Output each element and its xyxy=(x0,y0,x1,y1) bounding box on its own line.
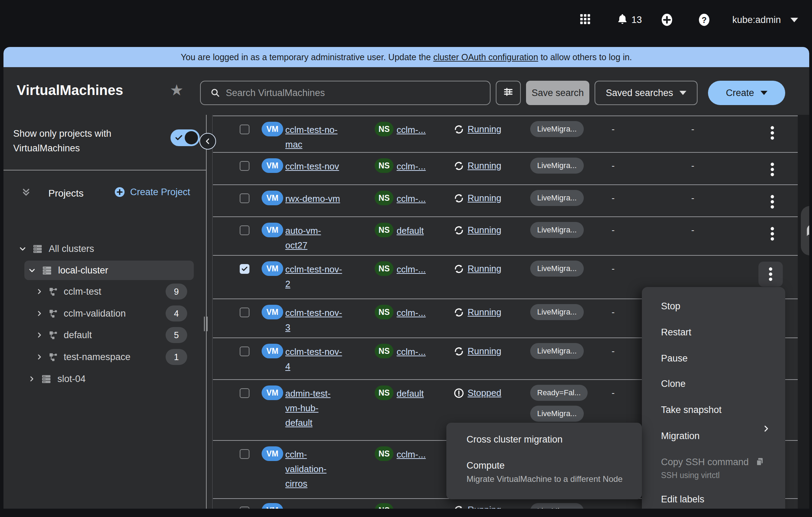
tree-item-all-clusters[interactable]: All clusters xyxy=(7,239,206,258)
kebab-menu-button[interactable] xyxy=(763,122,782,143)
namespace-link[interactable]: cclm-... xyxy=(397,347,426,357)
save-search-button[interactable]: Save search xyxy=(526,81,589,105)
row-checkbox[interactable] xyxy=(240,225,249,235)
kebab-menu-button[interactable] xyxy=(763,223,782,244)
import-plus-icon[interactable] xyxy=(660,13,674,28)
chevron-down-icon[interactable] xyxy=(19,245,26,253)
status-link[interactable]: Running xyxy=(468,263,501,274)
menu-item-migration[interactable]: Migration xyxy=(661,431,700,442)
status-link[interactable]: Running xyxy=(468,307,501,318)
app-launcher-icon[interactable] xyxy=(579,13,591,26)
status-link[interactable]: Stopped xyxy=(468,388,501,398)
vm-name-link[interactable]: admin-test-vm-hub-default xyxy=(285,386,331,430)
collapse-sidebar-button[interactable] xyxy=(199,133,216,150)
tree-item-local-cluster[interactable]: local-cluster xyxy=(24,261,194,280)
search-input[interactable] xyxy=(225,87,470,99)
create-project-button[interactable]: Create Project xyxy=(114,186,190,198)
tree-item-cclm-validation[interactable]: cclm-validation 4 xyxy=(7,304,206,323)
advanced-filters-button[interactable] xyxy=(496,81,521,105)
namespace-link[interactable]: cclm-... xyxy=(397,193,426,204)
condition-badge[interactable]: LiveMigra... xyxy=(530,121,584,137)
condition-badge[interactable]: LiveMigra... xyxy=(530,503,584,509)
notification-count[interactable]: 13 xyxy=(631,15,642,25)
user-menu[interactable]: kube:admin xyxy=(732,15,781,25)
status-link[interactable]: Running xyxy=(468,160,501,171)
namespace-link[interactable]: cclm-... xyxy=(397,125,426,135)
saved-searches-dropdown[interactable]: Saved searches xyxy=(595,81,698,105)
tree-item-slot-04[interactable]: slot-04 xyxy=(7,369,206,389)
menu-item-clone[interactable]: Clone xyxy=(661,379,686,389)
chevron-right-icon[interactable] xyxy=(36,288,43,295)
chevron-right-icon[interactable] xyxy=(28,375,35,382)
namespace-link[interactable]: default xyxy=(397,225,424,236)
chevron-right-icon[interactable] xyxy=(36,353,43,360)
namespace-kind-badge: NS xyxy=(375,305,393,319)
tree-item-default[interactable]: default 5 xyxy=(7,325,206,345)
menu-item-stop[interactable]: Stop xyxy=(661,301,680,312)
status-link[interactable]: Running xyxy=(468,346,501,357)
menu-item-edit-labels[interactable]: Edit labels xyxy=(661,494,704,505)
chevron-right-icon[interactable] xyxy=(36,332,43,339)
status-link[interactable]: Running xyxy=(468,225,501,236)
chevron-down-icon[interactable] xyxy=(28,267,36,274)
create-button[interactable]: Create xyxy=(708,81,785,105)
status-link[interactable]: Running xyxy=(468,504,501,509)
resize-grip[interactable] xyxy=(204,317,205,331)
row-checkbox[interactable] xyxy=(240,449,249,459)
submenu-item-cross-cluster-migration[interactable]: Cross cluster migration xyxy=(467,434,563,445)
row-checkbox[interactable] xyxy=(240,388,249,398)
status-link[interactable]: Running xyxy=(468,193,501,204)
condition-badge[interactable]: LiveMigra... xyxy=(530,343,584,359)
condition-badge[interactable]: LiveMigra... xyxy=(530,261,584,277)
kebab-menu-button[interactable] xyxy=(763,159,782,180)
vm-name-link[interactable]: cclm-test-nov-4 xyxy=(285,344,342,374)
row-checkbox[interactable] xyxy=(240,308,249,317)
condition-badge[interactable]: Ready=Fal... xyxy=(530,385,588,401)
angle-double-down-icon[interactable] xyxy=(21,187,31,199)
tree-item-cclm-test[interactable]: cclm-test 9 xyxy=(7,282,206,301)
kebab-menu-button-active[interactable] xyxy=(758,262,783,287)
lightspeed-assistant-button[interactable] xyxy=(801,206,809,255)
namespace-link[interactable]: cclm-... xyxy=(397,308,426,318)
submenu-item-compute[interactable]: Compute xyxy=(467,460,505,471)
vm-name-link[interactable]: rwx-demo-vm xyxy=(285,191,340,206)
row-checkbox-checked[interactable] xyxy=(240,264,249,274)
show-only-projects-toggle[interactable] xyxy=(170,129,200,146)
menu-item-restart[interactable]: Restart xyxy=(661,327,691,338)
vm-name-link[interactable]: cclm-test-nov-2 xyxy=(285,262,342,291)
chevron-down-icon xyxy=(679,91,686,95)
condition-badge[interactable]: LiveMigra... xyxy=(530,406,584,422)
kebab-menu-button[interactable] xyxy=(763,191,782,212)
row-checkbox[interactable] xyxy=(240,507,249,509)
vm-name-link[interactable]: cclm-test-nov xyxy=(285,159,339,174)
condition-badge[interactable]: LiveMigra... xyxy=(530,158,584,174)
cluster-oauth-configuration-link[interactable]: cluster OAuth configuration xyxy=(433,52,538,62)
condition-badge[interactable]: LiveMigra... xyxy=(530,222,584,238)
sidebar-resizer[interactable] xyxy=(206,115,207,509)
row-checkbox[interactable] xyxy=(240,125,249,134)
chevron-right-icon[interactable] xyxy=(36,310,43,317)
row-checkbox[interactable] xyxy=(240,161,249,171)
resize-grip[interactable] xyxy=(207,317,208,331)
condition-badge[interactable]: LiveMigra... xyxy=(530,304,584,320)
notifications-bell-icon[interactable] xyxy=(616,13,628,26)
namespace-link[interactable]: cclm-... xyxy=(397,449,426,460)
row-checkbox[interactable] xyxy=(240,347,249,356)
favorite-star-icon[interactable]: ★ xyxy=(170,82,183,98)
vm-name-link[interactable]: auto-vm-oct27 xyxy=(285,223,321,253)
vm-name-link[interactable]: cclm-test-nov-3 xyxy=(285,305,342,335)
copy-icon xyxy=(755,457,765,467)
row-checkbox[interactable] xyxy=(240,193,249,203)
status-link[interactable]: Running xyxy=(468,124,501,135)
condition-badge[interactable]: LiveMigra... xyxy=(530,190,584,206)
namespace-link[interactable]: cclm-... xyxy=(397,161,426,172)
menu-item-take-snapshot[interactable]: Take snapshot xyxy=(661,405,722,415)
vm-name-link[interactable]: cclm-validation-cirros xyxy=(285,447,327,491)
vm-name-link[interactable]: cclm-test-no-mac xyxy=(285,122,337,152)
menu-item-pause[interactable]: Pause xyxy=(661,353,688,364)
namespace-kind-badge: NS xyxy=(375,446,393,461)
tree-item-test-namespace[interactable]: test-namespace 1 xyxy=(7,347,206,367)
namespace-link[interactable]: cclm-... xyxy=(397,264,426,275)
namespace-link[interactable]: default xyxy=(397,388,424,399)
help-icon[interactable]: ? xyxy=(698,13,711,28)
